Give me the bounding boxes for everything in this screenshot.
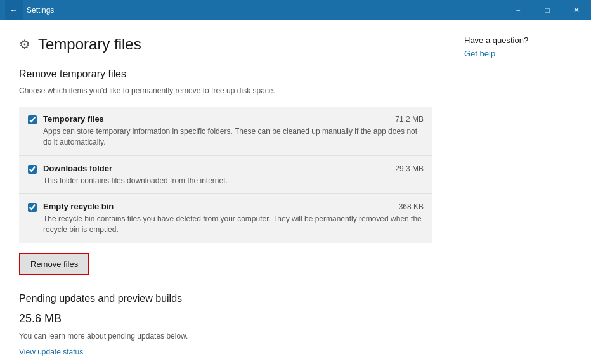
remove-files-button[interactable]: Remove files bbox=[19, 253, 89, 275]
left-panel: ⚙ Temporary files Remove temporary files… bbox=[0, 20, 451, 364]
temporary-files-size: 71.2 MB bbox=[395, 115, 424, 124]
recycle-bin-size: 368 KB bbox=[399, 202, 424, 211]
downloads-folder-checkbox[interactable] bbox=[28, 165, 37, 174]
recycle-bin-name: Empty recycle bin bbox=[43, 202, 114, 211]
get-help-link[interactable]: Get help bbox=[464, 49, 495, 58]
temporary-files-desc: Apps can store temporary information in … bbox=[43, 126, 424, 148]
pending-section-title: Pending updates and preview builds bbox=[19, 293, 432, 304]
title-bar-controls: − □ ✕ bbox=[503, 0, 591, 20]
recycle-bin-desc: The recycle bin contains files you have … bbox=[43, 214, 424, 235]
page-title: Temporary files bbox=[38, 36, 141, 53]
temporary-files-header: Temporary files 71.2 MB bbox=[43, 114, 424, 124]
page-header: ⚙ Temporary files bbox=[19, 36, 432, 53]
main-content: ⚙ Temporary files Remove temporary files… bbox=[0, 20, 591, 364]
list-item: Empty recycle bin 368 KB The recycle bin… bbox=[19, 194, 432, 243]
title-bar-left: ← Settings bbox=[5, 0, 54, 20]
remove-section-title: Remove temporary files bbox=[19, 68, 432, 80]
title-bar: ← Settings − □ ✕ bbox=[0, 0, 591, 20]
back-button[interactable]: ← bbox=[5, 0, 23, 20]
view-update-status-link[interactable]: View update status bbox=[19, 348, 83, 356]
settings-icon: ⚙ bbox=[19, 37, 30, 52]
downloads-folder-desc: This folder contains files downloaded fr… bbox=[43, 176, 424, 186]
list-item: Temporary files 71.2 MB Apps can store t… bbox=[19, 107, 432, 156]
title-bar-title: Settings bbox=[27, 6, 54, 15]
recycle-bin-header: Empty recycle bin 368 KB bbox=[43, 202, 424, 211]
pending-size: 25.6 MB bbox=[19, 312, 432, 325]
temporary-files-content: Temporary files 71.2 MB Apps can store t… bbox=[43, 114, 424, 148]
close-button[interactable]: ✕ bbox=[562, 0, 591, 20]
recycle-bin-checkbox[interactable] bbox=[28, 203, 37, 212]
downloads-folder-content: Downloads folder 29.3 MB This folder con… bbox=[43, 164, 424, 186]
right-panel: Have a question? Get help bbox=[451, 20, 591, 364]
maximize-button[interactable]: □ bbox=[533, 0, 562, 20]
help-question: Have a question? bbox=[464, 36, 578, 45]
downloads-folder-name: Downloads folder bbox=[43, 164, 112, 173]
pending-desc: You can learn more about pending updates… bbox=[19, 330, 432, 342]
file-items-list: Temporary files 71.2 MB Apps can store t… bbox=[19, 107, 432, 243]
temporary-files-name: Temporary files bbox=[43, 114, 104, 124]
remove-section-desc: Choose which items you'd like to permane… bbox=[19, 85, 432, 96]
list-item: Downloads folder 29.3 MB This folder con… bbox=[19, 156, 432, 195]
temporary-files-checkbox[interactable] bbox=[28, 115, 37, 124]
downloads-folder-size: 29.3 MB bbox=[395, 164, 424, 173]
minimize-button[interactable]: − bbox=[503, 0, 533, 20]
recycle-bin-content: Empty recycle bin 368 KB The recycle bin… bbox=[43, 202, 424, 235]
downloads-folder-header: Downloads folder 29.3 MB bbox=[43, 164, 424, 173]
